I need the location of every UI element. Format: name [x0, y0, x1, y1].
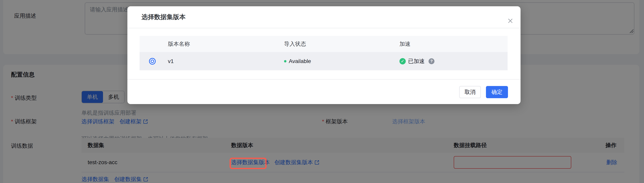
import-status-text: Available [289, 58, 311, 64]
check-circle-icon: ✓ [400, 58, 406, 64]
page-root: 应用描述 配置信息 训练类型 单机 多机 单机是指训练应用部署 训练框架 选择训… [0, 0, 644, 183]
version-table: 版本名称 导入状态 加速 v1 Available ✓ [140, 36, 508, 70]
acceleration-cell: ✓ 已加速 ? [395, 57, 508, 65]
col-header-acceleration: 加速 [395, 40, 508, 48]
modal-footer-divider [128, 79, 520, 80]
select-dataset-version-modal: 选择数据集版本 版本名称 导入状态 加速 v1 [128, 6, 520, 104]
status-dot-icon [284, 60, 286, 62]
confirm-button[interactable]: 确定 [486, 86, 508, 98]
version-radio-selected[interactable] [149, 58, 156, 65]
import-status-cell: Available [279, 58, 395, 64]
modal-title: 选择数据集版本 [142, 13, 186, 21]
help-icon[interactable]: ? [428, 58, 434, 64]
col-header-version-name: 版本名称 [163, 40, 279, 48]
version-table-row[interactable]: v1 Available ✓ 已加速 ? [140, 52, 508, 70]
close-icon[interactable] [506, 16, 515, 25]
cancel-button[interactable]: 取消 [459, 86, 481, 98]
col-header-import-status: 导入状态 [279, 40, 395, 48]
radio-cell [140, 58, 163, 65]
version-table-header: 版本名称 导入状态 加速 [140, 36, 508, 52]
modal-header: 选择数据集版本 [128, 6, 520, 28]
version-name-cell: v1 [163, 58, 279, 64]
acceleration-text: 已加速 [408, 57, 424, 65]
